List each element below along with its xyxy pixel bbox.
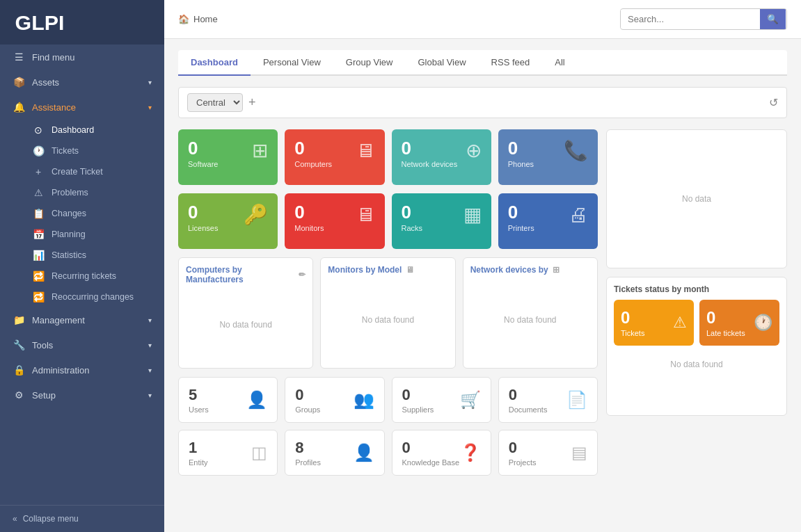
- ticket-status-card-tickets[interactable]: 0 Tickets ⚠: [614, 300, 694, 346]
- sidebar-item-create-ticket[interactable]: + Create Ticket: [25, 161, 164, 182]
- projects-icon: ▤: [571, 443, 587, 462]
- asset-tile-network[interactable]: 0 Network devices ⊕: [392, 129, 491, 185]
- stat-number: 0: [509, 386, 548, 404]
- sidebar-item-planning[interactable]: 📅 Planning: [25, 224, 164, 245]
- stat-number: 0: [509, 439, 537, 457]
- statistics-icon: 📊: [32, 250, 45, 261]
- tsc-number: 0: [706, 308, 745, 328]
- stat-number: 1: [189, 439, 208, 457]
- sidebar-item-dashboard[interactable]: ⊙ Dashboard: [25, 120, 164, 140]
- tab-rss-feed[interactable]: RSS feed: [479, 50, 543, 76]
- sidebar-item-label: Problems: [51, 188, 88, 198]
- add-dashboard-button[interactable]: +: [248, 95, 256, 110]
- sidebar-item-label: Administration: [32, 365, 89, 376]
- sidebar-item-label: Create Ticket: [51, 167, 103, 177]
- chart-network-devices-by: Network devices by ⊞ No data found: [463, 257, 598, 369]
- tab-personal-view[interactable]: Personal View: [251, 50, 333, 76]
- sidebar-item-label: Find menu: [32, 52, 74, 63]
- tile-number: 0: [188, 139, 218, 157]
- home-link[interactable]: 🏠 Home: [178, 14, 218, 24]
- chart-title-text: Computers by Manufacturers: [186, 265, 294, 284]
- home-label: Home: [193, 14, 218, 24]
- stat-knowledge-base[interactable]: 0 Knowledge Base ❓: [392, 430, 491, 476]
- stat-projects[interactable]: 0 Projects ▤: [498, 430, 598, 476]
- sidebar-item-administration[interactable]: 🔒 Administration ▾: [0, 357, 164, 382]
- tsc-label: Late tickets: [706, 329, 745, 337]
- chevron-down-icon: ▾: [148, 104, 152, 111]
- tab-dashboard[interactable]: Dashboard: [178, 50, 251, 76]
- no-data-label: No data found: [219, 320, 271, 330]
- chart-title-text: Monitors by Model: [328, 265, 402, 275]
- sidebar-item-label: Tickets: [51, 146, 79, 156]
- licenses-tile-icon: 🔑: [244, 203, 268, 226]
- stat-label: Projects: [509, 458, 537, 467]
- asset-tiles-row1: 0 Software ⊞ 0 Computers 🖥: [178, 129, 598, 185]
- dashboard-controls: Central + ↺: [178, 87, 787, 118]
- sidebar-logo: GLPI: [0, 0, 164, 45]
- dashboard-selector[interactable]: Central: [187, 93, 243, 112]
- tab-global-view[interactable]: Global View: [405, 50, 478, 76]
- stat-profiles[interactable]: 8 Profiles 👤: [285, 430, 384, 476]
- asset-tile-licenses[interactable]: 0 Licenses 🔑: [178, 193, 278, 249]
- sidebar-item-management[interactable]: 📁 Management ▾: [0, 307, 164, 332]
- administration-icon: 🔒: [13, 364, 25, 376]
- stat-groups[interactable]: 0 Groups 👥: [285, 377, 384, 423]
- collapse-label: Collapse menu: [23, 514, 79, 524]
- phones-tile-icon: 📞: [564, 139, 588, 162]
- tile-label: Monitors: [294, 224, 324, 232]
- racks-tile-icon: ▦: [463, 203, 482, 226]
- stat-number: 5: [189, 386, 209, 404]
- tile-label: Network devices: [402, 160, 458, 168]
- sidebar-item-tickets[interactable]: 🕐 Tickets: [25, 140, 164, 161]
- glpi-logo: GLPI: [14, 10, 70, 35]
- asset-tile-printers[interactable]: 0 Printers 🖨: [498, 193, 598, 249]
- late-tickets-icon: 🕐: [754, 314, 772, 332]
- tile-number: 0: [508, 203, 534, 221]
- sidebar-item-changes[interactable]: 📋 Changes: [25, 203, 164, 224]
- knowledge-base-icon: ❓: [460, 443, 481, 462]
- asset-tile-computers[interactable]: 0 Computers 🖥: [285, 129, 384, 185]
- stat-documents[interactable]: 0 Documents 📄: [498, 377, 598, 423]
- right-panel-no-data: No data: [682, 194, 711, 204]
- suppliers-icon: 🛒: [460, 390, 481, 410]
- dashboard-icon: ⊙: [32, 124, 45, 136]
- network-tile-icon: ⊕: [466, 139, 482, 162]
- tab-group-view[interactable]: Group View: [333, 50, 406, 76]
- sidebar-item-find-menu[interactable]: ☰ Find menu: [0, 45, 164, 70]
- collapse-icon: «: [13, 514, 17, 524]
- stat-entity[interactable]: 1 Entity ◫: [178, 430, 278, 476]
- sidebar-item-setup[interactable]: ⚙ Setup ▾: [0, 382, 164, 408]
- sidebar-item-tools[interactable]: 🔧 Tools ▾: [0, 332, 164, 357]
- sidebar-item-assets[interactable]: 📦 Assets ▾: [0, 70, 164, 95]
- ticket-status-card-late[interactable]: 0 Late tickets 🕐: [699, 300, 779, 346]
- profiles-icon: 👤: [354, 443, 374, 462]
- ticket-status-cards: 0 Tickets ⚠ 0 Late tickets 🕐: [614, 300, 779, 346]
- sidebar-item-statistics[interactable]: 📊 Statistics: [25, 245, 164, 266]
- computers-tile-icon: 🖥: [356, 139, 375, 162]
- edit-chart-icon[interactable]: ✏: [299, 270, 306, 280]
- sidebar-item-recurring-tickets[interactable]: 🔁 Recurring tickets: [25, 266, 164, 287]
- history-button[interactable]: ↺: [769, 96, 778, 109]
- sidebar-item-problems[interactable]: ⚠ Problems: [25, 182, 164, 203]
- asset-tile-software[interactable]: 0 Software ⊞: [178, 129, 278, 185]
- charts-row: Computers by Manufacturers ✏ No data fou…: [178, 257, 598, 369]
- search-input[interactable]: [621, 10, 760, 29]
- stat-label: Groups: [295, 405, 320, 414]
- asset-tile-phones[interactable]: 0 Phones 📞: [498, 129, 598, 185]
- sidebar-item-label: Management: [32, 315, 85, 325]
- problems-icon: ⚠: [32, 187, 45, 198]
- dashboard-tabs: Dashboard Personal View Group View Globa…: [178, 50, 787, 76]
- tickets-icon: 🕐: [32, 145, 45, 156]
- tile-label: Licenses: [188, 224, 218, 232]
- search-button[interactable]: 🔍: [760, 9, 786, 29]
- tab-all[interactable]: All: [542, 50, 577, 76]
- stat-users[interactable]: 5 Users 👤: [178, 377, 278, 423]
- asset-tile-racks[interactable]: 0 Racks ▦: [392, 193, 491, 249]
- stat-suppliers[interactable]: 0 Suppliers 🛒: [392, 377, 491, 423]
- tile-number: 0: [188, 203, 218, 221]
- collapse-menu-button[interactable]: « Collapse menu: [0, 505, 164, 532]
- sidebar-item-assistance[interactable]: 🔔 Assistance ▾: [0, 95, 164, 120]
- tickets-status-title: Tickets status by month: [614, 284, 779, 294]
- sidebar-item-reoccurring-changes[interactable]: 🔁 Reoccurring changes: [25, 287, 164, 307]
- asset-tile-monitors[interactable]: 0 Monitors 🖥: [285, 193, 384, 249]
